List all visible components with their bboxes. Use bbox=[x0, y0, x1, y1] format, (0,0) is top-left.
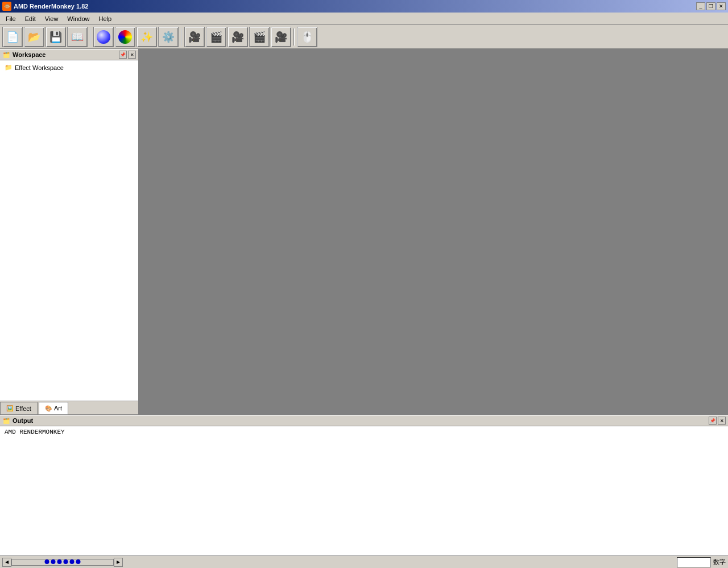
toolbar-camera3[interactable]: 🎥 bbox=[228, 27, 248, 47]
menu-help[interactable]: Help bbox=[94, 14, 116, 23]
menu-edit[interactable]: Edit bbox=[20, 14, 40, 23]
title-buttons: _ ❐ ✕ bbox=[696, 2, 726, 10]
toolbar: 📄 📂 💾 📖 ✨ ⚙️ 🎥 🎬 🎥 🎬 🎥 🖱️ bbox=[0, 25, 728, 49]
workspace-close-button[interactable]: ✕ bbox=[128, 51, 136, 59]
status-locale-label: 数字 bbox=[713, 558, 726, 566]
restore-button[interactable]: ❐ bbox=[706, 2, 715, 10]
tab-art-label: Art bbox=[54, 405, 62, 411]
title-bar-left: 🐵 AMD RenderMonkey 1.82 bbox=[2, 2, 88, 11]
minimize-button[interactable]: _ bbox=[696, 2, 705, 10]
dot-5 bbox=[70, 559, 75, 564]
toolbar-save[interactable]: 💾 bbox=[46, 27, 66, 47]
workspace-panel-icon: 🗂️ bbox=[2, 51, 10, 59]
menu-file[interactable]: File bbox=[1, 14, 20, 23]
dot-1 bbox=[45, 559, 49, 564]
toolbar-sep-3 bbox=[293, 28, 295, 46]
output-panel-title: Output bbox=[13, 417, 33, 424]
tab-effect-label: Effect bbox=[15, 405, 31, 412]
dot-3 bbox=[57, 559, 62, 564]
workspace-tabs: 🖼️ Effect 🎨 Art bbox=[0, 401, 138, 414]
toolbar-camera2[interactable]: 🎬 bbox=[206, 27, 226, 47]
workspace-pin-button[interactable]: 📌 bbox=[119, 51, 127, 59]
scroll-right-button[interactable]: ▶ bbox=[114, 558, 123, 567]
menu-window[interactable]: Window bbox=[63, 14, 94, 23]
workspace-header-buttons: 📌 ✕ bbox=[119, 51, 136, 59]
tab-effect[interactable]: 🖼️ Effect bbox=[0, 402, 38, 414]
folder-icon: 📁 bbox=[5, 64, 13, 71]
tab-art[interactable]: 🎨 Art bbox=[39, 402, 68, 414]
toolbar-camera5[interactable]: 🎥 bbox=[271, 27, 291, 47]
status-input-field bbox=[677, 557, 711, 567]
workspace-panel-title: Workspace bbox=[13, 51, 46, 58]
toolbar-new[interactable]: 📄 bbox=[2, 27, 23, 47]
main-area: 🗂️ Workspace 📌 ✕ 📁 Effect Workspace 🖼️ E… bbox=[0, 49, 728, 568]
workspace-panel: 🗂️ Workspace 📌 ✕ 📁 Effect Workspace 🖼️ E… bbox=[0, 49, 139, 414]
workspace-header-left: 🗂️ Workspace bbox=[2, 51, 46, 59]
status-right: 数字 bbox=[677, 557, 726, 567]
output-header-buttons: 📌 ✕ bbox=[709, 417, 726, 425]
toolbar-camera1[interactable]: 🎥 bbox=[184, 27, 205, 47]
toolbar-open[interactable]: 📂 bbox=[24, 27, 44, 47]
status-bar: ◀ ▶ 数字 bbox=[0, 555, 728, 568]
output-content: AMD RENDERMONKEY bbox=[0, 426, 728, 555]
tab-effect-icon: 🖼️ bbox=[6, 405, 13, 411]
output-panel-header: 🗂️ Output 📌 ✕ bbox=[0, 415, 728, 426]
content-area: 🗂️ Workspace 📌 ✕ 📁 Effect Workspace 🖼️ E… bbox=[0, 49, 728, 414]
scroll-left-button[interactable]: ◀ bbox=[2, 558, 11, 567]
output-text: AMD RENDERMONKEY bbox=[5, 429, 65, 435]
output-pin-button[interactable]: 📌 bbox=[709, 417, 717, 425]
toolbar-mouse[interactable]: 🖱️ bbox=[297, 27, 317, 47]
title-bar: 🐵 AMD RenderMonkey 1.82 _ ❐ ✕ bbox=[0, 0, 728, 13]
toolbar-camera4[interactable]: 🎬 bbox=[249, 27, 270, 47]
output-panel-icon: 🗂️ bbox=[2, 417, 10, 425]
menu-view[interactable]: View bbox=[40, 14, 63, 23]
menu-bar: File Edit View Window Help bbox=[0, 13, 728, 25]
workspace-panel-header: 🗂️ Workspace 📌 ✕ bbox=[0, 49, 138, 60]
output-panel: 🗂️ Output 📌 ✕ AMD RENDERMONKEY ◀ bbox=[0, 414, 728, 568]
tree-item-label: Effect Workspace bbox=[15, 64, 64, 71]
status-dots bbox=[45, 559, 81, 564]
dot-2 bbox=[51, 559, 56, 564]
toolbar-effect[interactable]: ✨ bbox=[136, 27, 157, 47]
canvas-area[interactable] bbox=[139, 49, 728, 414]
toolbar-reader[interactable]: 📖 bbox=[67, 27, 88, 47]
toolbar-sep-2 bbox=[181, 28, 182, 46]
app-title: AMD RenderMonkey 1.82 bbox=[14, 3, 88, 10]
status-left: ◀ ▶ bbox=[2, 558, 123, 567]
tree-item-effect-workspace[interactable]: 📁 Effect Workspace bbox=[2, 63, 136, 72]
dot-4 bbox=[64, 559, 68, 564]
toolbar-sphere[interactable] bbox=[93, 27, 114, 47]
toolbar-compile[interactable]: ⚙️ bbox=[158, 27, 179, 47]
toolbar-palette[interactable] bbox=[115, 27, 135, 47]
scroll-track[interactable] bbox=[11, 559, 114, 566]
toolbar-sep-1 bbox=[90, 28, 91, 46]
output-close-button[interactable]: ✕ bbox=[718, 417, 726, 425]
workspace-tree: 📁 Effect Workspace bbox=[0, 60, 138, 401]
app-icon: 🐵 bbox=[2, 2, 11, 11]
output-header-left: 🗂️ Output bbox=[2, 417, 33, 425]
tab-art-icon: 🎨 bbox=[45, 405, 52, 411]
dot-6 bbox=[76, 559, 81, 564]
close-button[interactable]: ✕ bbox=[717, 2, 726, 10]
